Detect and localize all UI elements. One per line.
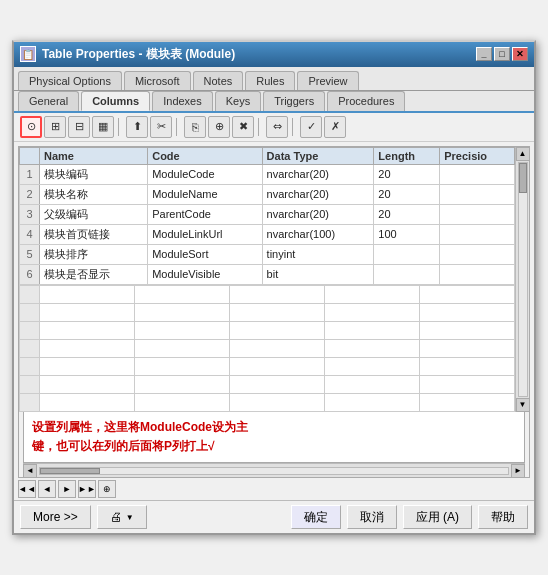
row-length[interactable]: 100 bbox=[374, 224, 440, 244]
row-name[interactable]: 模块编码 bbox=[40, 164, 148, 184]
help-label: 帮助 bbox=[491, 509, 515, 526]
row-code[interactable]: ModuleVisible bbox=[148, 264, 262, 284]
row-code[interactable]: ModuleCode bbox=[148, 164, 262, 184]
sep-3 bbox=[258, 118, 262, 136]
close-button[interactable]: ✕ bbox=[512, 47, 528, 61]
apply-button[interactable]: 应用 (A) bbox=[403, 505, 472, 529]
row-precision[interactable] bbox=[440, 204, 515, 224]
match-button[interactable]: ⇔ bbox=[266, 116, 288, 138]
apply-label: 应用 (A) bbox=[416, 509, 459, 526]
row-code[interactable]: ModuleLinkUrl bbox=[148, 224, 262, 244]
tab-general[interactable]: General bbox=[18, 91, 79, 111]
row-length[interactable] bbox=[374, 244, 440, 264]
vertical-scrollbar[interactable]: ▲ ▼ bbox=[515, 147, 529, 412]
grid-button[interactable]: ▦ bbox=[92, 116, 114, 138]
tab-indexes[interactable]: Indexes bbox=[152, 91, 213, 111]
hscroll-track[interactable] bbox=[39, 467, 509, 475]
tab-preview[interactable]: Preview bbox=[297, 71, 358, 90]
row-code[interactable]: ParentCode bbox=[148, 204, 262, 224]
copy-button[interactable]: ⎘ bbox=[184, 116, 206, 138]
confirm-button[interactable]: 确定 bbox=[291, 505, 341, 529]
more-button[interactable]: More >> bbox=[20, 505, 91, 529]
hscroll-thumb[interactable] bbox=[40, 468, 100, 474]
help-button[interactable]: 帮助 bbox=[478, 505, 528, 529]
insert-button[interactable]: ⊟ bbox=[68, 116, 90, 138]
row-number: 1 bbox=[20, 164, 40, 184]
vscroll-up-button[interactable]: ▲ bbox=[516, 147, 530, 161]
row-datatype[interactable]: nvarchar(20) bbox=[262, 164, 374, 184]
annotation-line1: 设置列属性，这里将ModuleCode设为主 bbox=[32, 420, 248, 434]
row-datatype[interactable]: nvarchar(20) bbox=[262, 184, 374, 204]
horizontal-scrollbar[interactable]: ◄ ► bbox=[23, 463, 525, 477]
move-up-button[interactable]: ⬆ bbox=[126, 116, 148, 138]
minimize-button[interactable]: _ bbox=[476, 47, 492, 61]
row-datatype[interactable]: bit bbox=[262, 264, 374, 284]
add-button[interactable]: ⊞ bbox=[44, 116, 66, 138]
row-name[interactable]: 模块是否显示 bbox=[40, 264, 148, 284]
nav-first-button[interactable]: ◄◄ bbox=[18, 480, 36, 498]
row-datatype[interactable]: nvarchar(100) bbox=[262, 224, 374, 244]
confirm-label: 确定 bbox=[304, 509, 328, 526]
sep-4 bbox=[292, 118, 296, 136]
vscroll-thumb[interactable] bbox=[519, 163, 527, 193]
tab-physical-options[interactable]: Physical Options bbox=[18, 71, 122, 90]
empty-row bbox=[20, 303, 515, 321]
row-name[interactable]: 父级编码 bbox=[40, 204, 148, 224]
tab-rules[interactable]: Rules bbox=[245, 71, 295, 90]
hscroll-left-button[interactable]: ◄ bbox=[23, 464, 37, 478]
row-precision[interactable] bbox=[440, 184, 515, 204]
uncheck-button[interactable]: ✗ bbox=[324, 116, 346, 138]
nav-prev-button[interactable]: ◄ bbox=[38, 480, 56, 498]
row-precision[interactable] bbox=[440, 164, 515, 184]
hscroll-right-button[interactable]: ► bbox=[511, 464, 525, 478]
row-datatype[interactable]: tinyint bbox=[262, 244, 374, 264]
columns-table: Name Code Data Type Length Precisio 1 模块… bbox=[19, 147, 515, 285]
empty-row bbox=[20, 375, 515, 393]
maximize-button[interactable]: □ bbox=[494, 47, 510, 61]
row-precision[interactable] bbox=[440, 264, 515, 284]
row-precision[interactable] bbox=[440, 244, 515, 264]
row-code[interactable]: ModuleName bbox=[148, 184, 262, 204]
tab-keys[interactable]: Keys bbox=[215, 91, 261, 111]
row-length[interactable]: 20 bbox=[374, 204, 440, 224]
tab-row-1: Physical Options Microsoft Notes Rules P… bbox=[14, 67, 534, 91]
row-length[interactable] bbox=[374, 264, 440, 284]
nav-add-button[interactable]: ⊕ bbox=[98, 480, 116, 498]
table-row[interactable]: 2 模块名称 ModuleName nvarchar(20) 20 bbox=[20, 184, 515, 204]
nav-next-button[interactable]: ► bbox=[58, 480, 76, 498]
row-datatype[interactable]: nvarchar(20) bbox=[262, 204, 374, 224]
table-row[interactable]: 4 模块首页链接 ModuleLinkUrl nvarchar(100) 100 bbox=[20, 224, 515, 244]
row-length[interactable]: 20 bbox=[374, 184, 440, 204]
tab-columns[interactable]: Columns bbox=[81, 91, 150, 111]
cancel-button[interactable]: 取消 bbox=[347, 505, 397, 529]
print-button[interactable]: 🖨 ▼ bbox=[97, 505, 147, 529]
table-row[interactable]: 5 模块排序 ModuleSort tinyint bbox=[20, 244, 515, 264]
row-code[interactable]: ModuleSort bbox=[148, 244, 262, 264]
vscroll-down-button[interactable]: ▼ bbox=[516, 398, 530, 412]
tab-notes[interactable]: Notes bbox=[193, 71, 244, 90]
cut-button[interactable]: ✂ bbox=[150, 116, 172, 138]
table-row[interactable]: 3 父级编码 ParentCode nvarchar(20) 20 bbox=[20, 204, 515, 224]
nav-row: ◄◄ ◄ ► ►► ⊕ bbox=[14, 478, 534, 500]
col-header-num bbox=[20, 147, 40, 164]
tab-triggers[interactable]: Triggers bbox=[263, 91, 325, 111]
row-precision[interactable] bbox=[440, 224, 515, 244]
tab-microsoft[interactable]: Microsoft bbox=[124, 71, 191, 90]
table-row[interactable]: 1 模块编码 ModuleCode nvarchar(20) 20 bbox=[20, 164, 515, 184]
col-header-datatype: Data Type bbox=[262, 147, 374, 164]
nav-last-button[interactable]: ►► bbox=[78, 480, 96, 498]
window-controls: _ □ ✕ bbox=[476, 47, 528, 61]
table-row[interactable]: 6 模块是否显示 ModuleVisible bit bbox=[20, 264, 515, 284]
check-button[interactable]: ✓ bbox=[300, 116, 322, 138]
paste-button[interactable]: ⊕ bbox=[208, 116, 230, 138]
bottom-bar: More >> 🖨 ▼ 确定 取消 应用 (A) 帮助 bbox=[14, 500, 534, 533]
row-name[interactable]: 模块名称 bbox=[40, 184, 148, 204]
delete-button[interactable]: ✖ bbox=[232, 116, 254, 138]
row-name[interactable]: 模块首页链接 bbox=[40, 224, 148, 244]
vscroll-track[interactable] bbox=[518, 162, 528, 397]
empty-row bbox=[20, 393, 515, 411]
tab-procedures[interactable]: Procedures bbox=[327, 91, 405, 111]
properties-button[interactable]: ⊙ bbox=[20, 116, 42, 138]
row-name[interactable]: 模块排序 bbox=[40, 244, 148, 264]
row-length[interactable]: 20 bbox=[374, 164, 440, 184]
